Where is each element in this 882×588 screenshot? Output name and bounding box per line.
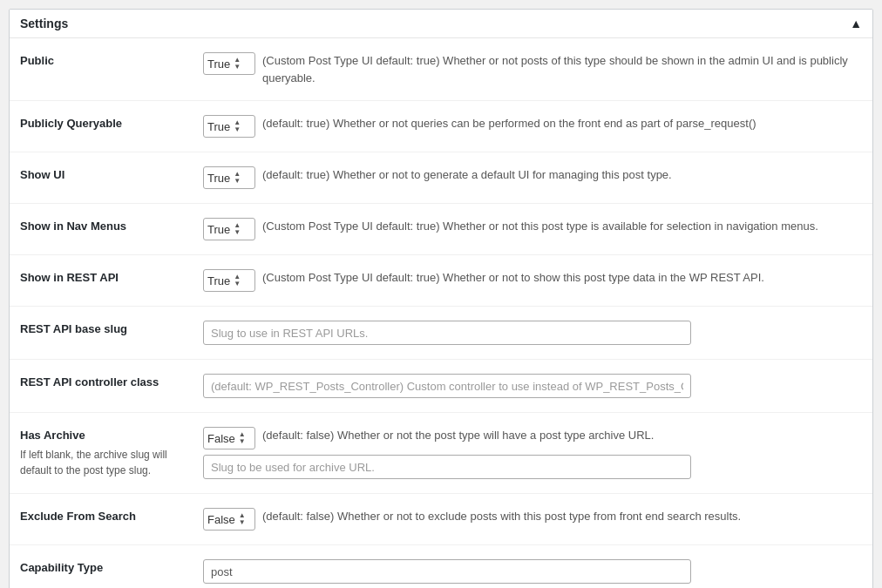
label-exclude_from_search: Exclude From Search [20, 508, 194, 523]
content-show_in_rest_api: True▲▼(Custom Post Type UI default: true… [203, 269, 862, 292]
setting-row-publicly_queryable: Publicly QueryableTrue▲▼(default: true) … [10, 101, 872, 152]
label-show_in_nav_menus: Show in Nav Menus [20, 218, 194, 233]
desc-publicly_queryable: (default: true) Whether or not queries c… [262, 115, 862, 132]
label-has_archive: Has ArchiveIf left blank, the archive sl… [20, 427, 194, 478]
label-text-show_in_nav_menus: Show in Nav Menus [20, 218, 194, 233]
desc-public: (Custom Post Type UI default: true) Whet… [262, 52, 862, 86]
content-show_ui: True▲▼(default: true) Whether or not to … [203, 166, 862, 189]
content-rest_api_controller_class [203, 374, 862, 398]
label-text-has_archive: Has Archive [20, 427, 194, 442]
content-has_archive: False▲▼(default: false) Whether or not t… [203, 427, 862, 479]
label-text-rest_api_base_slug: REST API base slug [20, 321, 194, 335]
input-rest_api_controller_class[interactable] [203, 374, 691, 398]
label-text-show_in_rest_api: Show in REST API [20, 269, 194, 284]
inline-public: True▲▼(Custom Post Type UI default: true… [203, 52, 862, 86]
setting-row-show_ui: Show UITrue▲▼(default: true) Whether or … [10, 152, 872, 204]
content-exclude_from_search: False▲▼(default: false) Whether or not t… [203, 508, 862, 531]
label-capability_type: Capability Type [20, 559, 194, 574]
label-text-publicly_queryable: Publicly Queryable [20, 115, 194, 130]
select-exclude_from_search[interactable]: False▲▼ [203, 508, 255, 531]
select-publicly_queryable[interactable]: True▲▼ [203, 115, 255, 138]
settings-header: Settings ▲ [10, 10, 872, 38]
inline-show_ui: True▲▼(default: true) Whether or not to … [203, 166, 862, 189]
label-rest_api_controller_class: REST API controller class [20, 374, 194, 389]
setting-row-show_in_nav_menus: Show in Nav MenusTrue▲▼(Custom Post Type… [10, 204, 872, 255]
label-rest_api_base_slug: REST API base slug [20, 321, 194, 335]
label-public: Public [20, 52, 194, 67]
inline-publicly_queryable: True▲▼(default: true) Whether or not que… [203, 115, 862, 138]
label-text-exclude_from_search: Exclude From Search [20, 508, 194, 523]
label-text-public: Public [20, 52, 194, 67]
setting-row-rest_api_controller_class: REST API controller class [10, 360, 872, 413]
desc-show_in_rest_api: (Custom Post Type UI default: true) Whet… [262, 269, 862, 287]
label-text-show_ui: Show UI [20, 166, 194, 181]
content-rest_api_base_slug [203, 321, 862, 345]
content-publicly_queryable: True▲▼(default: true) Whether or not que… [203, 115, 862, 138]
content-show_in_nav_menus: True▲▼(Custom Post Type UI default: true… [203, 218, 862, 240]
content-public: True▲▼(Custom Post Type UI default: true… [203, 52, 862, 86]
setting-row-has_archive: Has ArchiveIf left blank, the archive sl… [10, 413, 872, 494]
inline-has_archive: False▲▼(default: false) Whether or not t… [203, 427, 862, 449]
desc-show_in_nav_menus: (Custom Post Type UI default: true) Whet… [262, 218, 862, 235]
setting-row-exclude_from_search: Exclude From SearchFalse▲▼(default: fals… [10, 494, 872, 545]
setting-row-rest_api_base_slug: REST API base slug [10, 307, 872, 360]
input-rest_api_base_slug[interactable] [203, 321, 691, 345]
label-show_in_rest_api: Show in REST API [20, 269, 194, 284]
collapse-icon[interactable]: ▲ [850, 17, 862, 30]
inline-exclude_from_search: False▲▼(default: false) Whether or not t… [203, 508, 862, 531]
select-show_ui[interactable]: True▲▼ [203, 166, 255, 189]
desc-exclude_from_search: (default: false) Whether or not to exclu… [262, 508, 862, 525]
select-has_archive[interactable]: False▲▼ [203, 427, 255, 449]
label-show_ui: Show UI [20, 166, 194, 181]
settings-title: Settings [20, 17, 68, 30]
inline-show_in_nav_menus: True▲▼(Custom Post Type UI default: true… [203, 218, 862, 240]
sublabel-has_archive: If left blank, the archive slug will def… [20, 447, 194, 478]
setting-row-show_in_rest_api: Show in REST APITrue▲▼(Custom Post Type … [10, 255, 872, 307]
label-publicly_queryable: Publicly Queryable [20, 115, 194, 130]
setting-row-public: PublicTrue▲▼(Custom Post Type UI default… [10, 38, 872, 101]
label-text-capability_type: Capability Type [20, 559, 194, 574]
select-public[interactable]: True▲▼ [203, 52, 255, 75]
input-capability_type[interactable] [203, 559, 691, 584]
settings-body: PublicTrue▲▼(Custom Post Type UI default… [10, 38, 872, 588]
desc-has_archive: (default: false) Whether or not the post… [262, 427, 862, 444]
content-capability_type: The post type to use for checking read, … [203, 559, 862, 588]
select-show_in_nav_menus[interactable]: True▲▼ [203, 218, 255, 240]
archive-slug-input[interactable] [203, 455, 691, 479]
label-text-rest_api_controller_class: REST API controller class [20, 374, 194, 389]
desc-show_ui: (default: true) Whether or not to genera… [262, 166, 862, 184]
settings-panel: Settings ▲ PublicTrue▲▼(Custom Post Type… [9, 9, 873, 588]
inline-show_in_rest_api: True▲▼(Custom Post Type UI default: true… [203, 269, 862, 292]
setting-row-capability_type: Capability TypeThe post type to use for … [10, 545, 872, 588]
select-show_in_rest_api[interactable]: True▲▼ [203, 269, 255, 292]
